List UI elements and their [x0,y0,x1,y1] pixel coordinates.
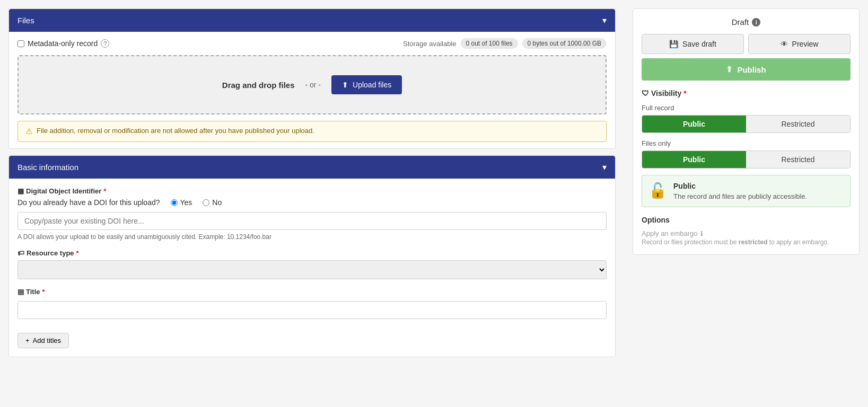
upload-files-button[interactable]: ⬆ Upload files [331,75,402,94]
embargo-hint-end: to apply an embargo. [769,238,829,246]
embargo-hint-text: Record or files protection must be [642,238,737,246]
draft-info-icon[interactable]: i [752,18,760,26]
dropzone-or: - or - [305,81,321,89]
doi-input[interactable] [17,212,607,230]
doi-no-label[interactable]: No [203,198,222,207]
basic-info-section: Basic information ▾ ▦ Digital Object Ide… [8,155,616,357]
warning-icon: ⚠ [25,127,32,136]
save-icon: 💾 [669,40,678,48]
storage-available-label: Storage available [403,40,456,48]
resource-type-icon: 🏷 [17,249,24,257]
unlock-icon: 🔓 [648,182,667,199]
draft-label: Draft [732,17,749,26]
files-only-toggle: Public Restricted [642,151,851,169]
public-info-text: Public The record and files are publicly… [673,182,807,200]
embargo-label: Apply an embargo [642,229,698,237]
full-record-public-button[interactable]: Public [642,116,746,132]
doi-yes-text: Yes [180,198,192,207]
storage-bytes-badge: 0 bytes out of 1000.00 GB [522,38,607,49]
doi-field-group: ▦ Digital Object Identifier * Do you alr… [17,187,607,241]
full-record-restricted-button[interactable]: Restricted [746,116,850,132]
files-chevron-icon: ▾ [602,15,607,25]
publish-label: Publish [737,65,766,74]
doi-no-radio[interactable] [203,199,209,206]
upload-btn-label: Upload files [353,81,391,89]
files-only-restricted-button[interactable]: Restricted [746,151,850,168]
resource-type-field-group: 🏷 Resource type * [17,249,607,279]
publish-icon: ⬆ [726,65,733,74]
embargo-hint: Record or files protection must be restr… [642,238,829,246]
doi-question: Do you already have a DOI for this uploa… [17,198,160,207]
doi-label: Digital Object Identifier [26,187,101,195]
warning-box: ⚠ File addition, removal or modification… [17,121,607,142]
title-required-marker: * [42,288,45,296]
basic-info-chevron-icon: ▾ [602,162,607,172]
doi-yes-label[interactable]: Yes [171,198,192,207]
visibility-required-marker: * [683,89,686,98]
right-card: Draft i 💾 Save draft 👁 Preview ⬆ Publish [633,8,860,255]
doi-yes-radio[interactable] [171,199,178,206]
publish-button[interactable]: ⬆ Publish [642,58,851,81]
embargo-info-icon[interactable]: ℹ [700,230,703,237]
upload-icon: ⬆ [342,81,348,89]
add-icon: + [25,337,30,344]
preview-label: Preview [792,40,819,48]
files-only-public-button[interactable]: Public [642,151,746,168]
full-record-toggle: Public Restricted [642,115,851,133]
embargo-label-text: Apply an embargo [642,229,698,237]
title-icon: ▤ [17,288,24,296]
visibility-label-text: Visibility [651,89,681,98]
save-draft-button[interactable]: 💾 Save draft [642,34,744,54]
storage-files-badge: 0 out of 100 files [461,38,518,49]
visibility-title: 🛡 Visibility * [642,89,851,98]
preview-button[interactable]: 👁 Preview [748,34,851,54]
save-draft-label: Save draft [682,40,716,48]
files-section-title: Files [17,16,34,25]
options-title: Options [642,216,851,224]
metadata-only-label: Metadata-only record [28,39,98,48]
resource-type-label: Resource type [27,249,74,257]
add-titles-button[interactable]: + Add titles [17,333,69,348]
draft-header: Draft i [642,17,851,26]
metadata-only-checkbox[interactable] [17,40,24,47]
files-section-header[interactable]: Files ▾ [9,9,615,32]
preview-icon: 👁 [781,40,788,48]
metadata-help-icon[interactable]: ? [101,39,109,48]
public-status-title: Public [673,182,807,190]
dropzone[interactable]: Drag and drop files - or - ⬆ Upload file… [17,55,607,114]
resource-type-required-marker: * [76,249,79,257]
metadata-row: Metadata-only record ? Storage available… [17,38,607,49]
title-field-group: ▤ Title * [17,288,607,319]
basic-info-header[interactable]: Basic information ▾ [9,156,615,179]
shield-icon: 🛡 [642,89,649,98]
doi-required-marker: * [103,187,106,195]
title-label: Title [26,288,40,296]
doi-no-text: No [212,198,222,207]
resource-type-select[interactable] [17,260,607,279]
public-status-desc: The record and files are publicly access… [673,192,807,200]
dropzone-text: Drag and drop files [222,81,295,90]
add-titles-label: Add titles [33,337,61,344]
doi-radio-row: Do you already have a DOI for this uploa… [17,198,607,207]
embargo-row: Apply an embargo ℹ Record or files prote… [642,229,851,246]
full-record-label: Full record [642,104,851,112]
warning-text: File addition, removal or modification a… [37,127,314,135]
doi-hint: A DOI allows your upload to be easily an… [17,233,607,241]
public-info-box: 🔓 Public The record and files are public… [642,175,851,207]
files-only-label: Files only [642,139,851,147]
title-input[interactable] [17,301,607,319]
doi-icon: ▦ [17,187,24,195]
embargo-hint-restricted: restricted [739,238,768,246]
files-section: Files ▾ Metadata-only record ? Storage a… [8,8,616,149]
basic-info-title: Basic information [17,163,78,172]
action-buttons: 💾 Save draft 👁 Preview [642,34,851,54]
